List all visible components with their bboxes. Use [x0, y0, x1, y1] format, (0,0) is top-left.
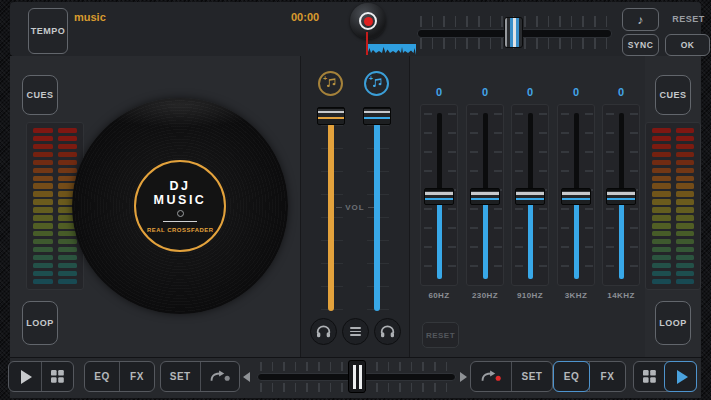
eq-band-slider-230hz[interactable]: [466, 104, 504, 286]
fx-button-right[interactable]: FX: [589, 362, 625, 391]
eq-band-slider-3khz[interactable]: [557, 104, 595, 286]
loop-button-left[interactable]: LOOP: [22, 301, 58, 345]
meter-segment: [58, 231, 78, 236]
meter-segment: [58, 263, 78, 268]
meter-segment: [652, 279, 671, 284]
vinyl-label-line2: MUSIC: [154, 193, 207, 207]
meter-segment: [676, 247, 695, 252]
vinyl-label-line1: DJ: [170, 179, 191, 193]
headphone-cue-left-button[interactable]: [310, 318, 337, 345]
meter-segment: [652, 255, 671, 260]
eq-slider-handle[interactable]: [561, 188, 591, 205]
set-loop-group-right: SET: [470, 361, 553, 392]
meter-segment: [676, 168, 695, 173]
grid-icon: [51, 370, 64, 383]
meter-segment: [676, 255, 695, 260]
level-meter-right: [645, 122, 701, 290]
eq-band-slider-910hz[interactable]: [511, 104, 549, 286]
meter-segment: [33, 176, 53, 181]
meter-segment: [676, 207, 695, 212]
eq-value: 0: [602, 86, 640, 98]
tempo-button[interactable]: TEMPO: [28, 8, 68, 54]
meter-segment: [33, 207, 53, 212]
load-track-left-button[interactable]: +: [318, 71, 343, 96]
meter-segment: [652, 136, 671, 141]
meter-segment: [676, 223, 695, 228]
sync-button[interactable]: SYNC: [622, 34, 659, 56]
meter-segment: [652, 231, 671, 236]
eq-band-label: 910HZ: [507, 291, 553, 300]
loop-record-button-right[interactable]: [471, 362, 511, 391]
track-title: music: [74, 11, 106, 23]
eq-button-right[interactable]: EQ: [553, 361, 590, 392]
spindle-hole: [177, 210, 184, 217]
loop-record-button-left[interactable]: [200, 362, 240, 391]
meter-segment: [652, 271, 671, 276]
set-button-left[interactable]: SET: [161, 362, 200, 391]
plus-icon: +: [323, 75, 327, 82]
vinyl-platter[interactable]: DJ MUSIC REAL CROSSFADER: [72, 98, 288, 314]
play-button-right[interactable]: [664, 361, 697, 392]
reset-button[interactable]: RESET: [666, 14, 711, 24]
eq-button-left[interactable]: EQ: [85, 362, 119, 391]
tempo-slider-handle[interactable]: [504, 17, 523, 48]
meter-segment: [58, 271, 78, 276]
meter-segment: [652, 128, 671, 133]
load-track-right-button[interactable]: +: [364, 71, 389, 96]
meter-segment: [58, 279, 78, 284]
crossfader-nudge-right[interactable]: [460, 372, 467, 382]
record-button[interactable]: [350, 3, 386, 39]
meter-segment: [58, 239, 78, 244]
meter-segment: [33, 144, 53, 149]
ok-button[interactable]: OK: [665, 34, 710, 56]
volume-fader-handle-right[interactable]: [363, 107, 391, 125]
headphone-cue-right-button[interactable]: [374, 318, 401, 345]
eq-band-label: 230HZ: [462, 291, 508, 300]
eq-track: [619, 113, 624, 197]
vinyl-center-label: DJ MUSIC REAL CROSSFADER: [134, 160, 226, 252]
vinyl-tagline: REAL CROSSFADER: [147, 227, 214, 233]
fx-button-left[interactable]: FX: [119, 362, 154, 391]
meter-segment: [33, 223, 53, 228]
music-note-button[interactable]: ♪: [622, 8, 659, 31]
meter-segment: [652, 263, 671, 268]
meter-segment: [676, 152, 695, 157]
crossfader-nudge-left[interactable]: [243, 372, 250, 382]
right-deck-panel: CUES LOOP: [645, 56, 701, 357]
pads-button-right[interactable]: [634, 362, 665, 391]
headphone-icon: [380, 325, 395, 338]
meter-segment: [33, 191, 53, 196]
volume-fader-track-right[interactable]: [374, 123, 380, 311]
meter-segment: [652, 144, 671, 149]
plus-icon: +: [369, 75, 373, 82]
meter-segment: [33, 247, 53, 252]
meter-segment: [33, 128, 53, 133]
cues-button-left[interactable]: CUES: [22, 75, 58, 115]
eq-slider-handle[interactable]: [515, 188, 545, 205]
eq-slider-handle[interactable]: [606, 188, 636, 205]
crossfader-handle[interactable]: [348, 360, 366, 393]
eq-slider-handle[interactable]: [470, 188, 500, 205]
play-button-left[interactable]: [9, 362, 41, 391]
curved-arrow-icon: [209, 369, 231, 384]
eq-band-label: 60HZ: [416, 291, 462, 300]
set-button-right[interactable]: SET: [511, 362, 552, 391]
loop-button-right[interactable]: LOOP: [655, 301, 691, 345]
eq-band-slider-60hz[interactable]: [420, 104, 458, 286]
volume-fader-track-left[interactable]: [328, 123, 334, 311]
meter-segment: [676, 160, 695, 165]
playlist-menu-button[interactable]: [342, 318, 369, 345]
eq-band-slider-14khz[interactable]: [602, 104, 640, 286]
volume-fader-handle-left[interactable]: [317, 107, 345, 125]
meter-segment: [652, 207, 671, 212]
menu-icon: [350, 327, 361, 329]
record-dot-icon: [364, 17, 373, 26]
meter-segment: [676, 144, 695, 149]
eq-slider-handle[interactable]: [424, 188, 454, 205]
cues-button-right[interactable]: CUES: [655, 75, 691, 115]
eq-reset-button[interactable]: RESET: [422, 322, 459, 348]
meter-segment: [652, 223, 671, 228]
meter-segment: [676, 191, 695, 196]
eq-value: 0: [420, 86, 458, 98]
pads-button-left[interactable]: [41, 362, 74, 391]
